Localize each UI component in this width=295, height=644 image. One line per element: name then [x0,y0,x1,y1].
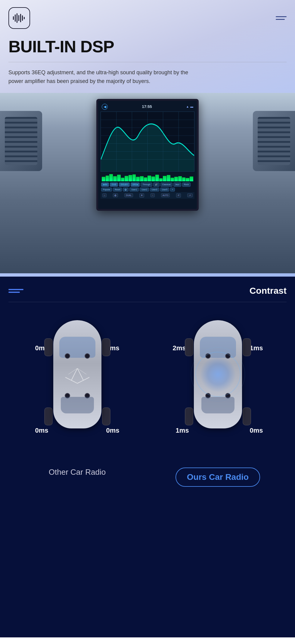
headline-divider [8,62,287,63]
contrast-title: Contrast [250,286,287,296]
contrast-divider [8,302,287,302]
other-car-label-area: Other Car Radio [49,468,106,477]
dsp-dts-btn[interactable]: ◈dts [101,182,109,187]
bottom-section: Contrast 0ms 0ms 0ms 0ms [0,277,295,637]
ac-home-btn[interactable]: ⌂ [102,193,107,197]
other-spk-fl [65,353,70,359]
other-spk-rl [65,393,70,398]
screen-display: ◀ 17:55 ▲ ▬ [98,101,197,209]
our-car-section: 2ms 1ms 1ms 0ms [149,320,287,487]
other-wheel-rear-right [102,407,110,425]
other-car-section: 0ms 0ms 0ms 0ms [8,320,146,477]
dsp-user5-btn[interactable]: User5 [160,188,169,192]
hero-description: Supports 36EQ adjustment, and the ultra-… [0,68,205,86]
other-spk-rr [85,393,90,398]
dsp-rock-btn[interactable]: Rock [182,182,191,187]
top-section: BUILT-IN DSP Supports 36EQ adjustment, a… [0,0,295,277]
ac-power-btn[interactable]: ⏻ [113,193,118,197]
ac-snowflake-btn[interactable]: ❄ [139,193,144,198]
ac-vol-btn[interactable]: ♪+ [187,193,193,197]
ours-car-button[interactable]: Ours Car Radio [175,468,260,487]
other-wheel-front-left [44,338,53,356]
svg-rect-6 [24,17,25,19]
our-wheel-front-right [243,338,251,356]
our-wheel-rear-right [243,407,251,425]
other-wheel-front-right [102,338,110,356]
dsp-user2-btn[interactable]: User2 [140,188,149,192]
svg-line-21 [77,377,89,383]
other-car-wrapper: 0ms 0ms 0ms 0ms [38,320,116,458]
dsp-classical-btn[interactable]: Classical [160,182,172,187]
scatter-effect [65,368,89,392]
our-delay-front-right: 1ms [250,344,263,352]
ac-controls: ⌂ ⏻ DUAL ❄ ~ AUTO ↺ ♪+ [101,192,194,199]
dsp-power-btn[interactable]: ⏻ [123,188,129,192]
ac-sync-btn[interactable]: ↺ [176,193,181,198]
our-car-wrapper: 2ms 1ms 1ms 0ms [179,320,257,458]
other-spk-fr [85,353,90,359]
screen-topbar: ◀ 17:55 ▲ ▬ [101,104,194,110]
dsp-srs-btn[interactable]: SRS● [131,182,140,187]
hamburger-menu-icon[interactable] [276,16,287,20]
contrast-header: Contrast [8,286,287,296]
dsp-vol-btn[interactable]: 🔊 [153,182,160,187]
our-delay-rear-right: 0ms [250,427,263,434]
our-wheel-front-left [185,338,193,356]
dsp-controls: ◈dts DUE DOLBY SRS● Through 🔊 Classical … [101,182,194,192]
svg-line-20 [65,377,77,383]
headline-area: BUILT-IN DSP [0,35,295,56]
dsp-user3-btn[interactable]: User3 [150,188,159,192]
dsp-through-btn[interactable]: Through [141,182,152,187]
svg-rect-4 [20,14,21,22]
our-wheel-rear-left [185,407,193,425]
svg-rect-0 [13,16,14,20]
our-spk-rl [205,393,211,398]
svg-rect-5 [22,15,23,21]
screen-time: 17:55 [142,104,152,109]
car-interior-image: ◀ 17:55 ▲ ▬ [0,93,295,273]
svg-rect-2 [17,13,17,23]
other-car-top-view [44,320,110,440]
header [0,0,295,35]
our-spk-fr [225,353,231,359]
comparison-area: 0ms 0ms 0ms 0ms [8,314,287,493]
sound-wave-effect [200,356,236,392]
dsp-reset-btn[interactable]: Reset [113,188,122,192]
dsp-user1-btn[interactable]: User1 [129,188,139,192]
other-car-body [53,320,101,428]
ac-dual-label: DUAL [124,193,133,197]
ac-fan-btn[interactable]: ~ [151,193,155,197]
dsp-popular-btn[interactable]: Popular [101,188,112,192]
other-wheel-rear-left [44,407,53,425]
car-interior-bg: ◀ 17:55 ▲ ▬ [0,93,295,273]
our-spk-rr [225,393,231,398]
page-title: BUILT-IN DSP [8,37,287,56]
dsp-jazz-btn[interactable]: Jazz [173,182,181,187]
our-spk-fl [205,353,211,359]
ac-auto-label: AUTO [161,193,170,197]
our-car-body [194,320,242,428]
our-car-top-view [185,320,251,440]
eq-chart [101,112,194,172]
svg-rect-1 [15,14,16,22]
head-unit-screen: ◀ 17:55 ▲ ▬ [96,99,199,211]
logo-icon [8,7,30,29]
our-car-label-area: Ours Car Radio [175,468,260,487]
right-vent [253,111,295,171]
left-vent [0,111,42,171]
dsp-dolby-btn[interactable]: DOLBY [119,182,130,187]
our-delay-front-left: 2ms [173,344,186,352]
screen-back-btn: ◀ [102,104,108,110]
dsp-add-btn[interactable]: + [170,188,175,192]
svg-rect-3 [18,15,19,21]
other-car-label: Other Car Radio [49,468,106,477]
dsp-due-btn[interactable]: DUE [110,182,118,187]
contrast-icon [8,289,23,293]
eq-frequency-bars [101,173,194,182]
